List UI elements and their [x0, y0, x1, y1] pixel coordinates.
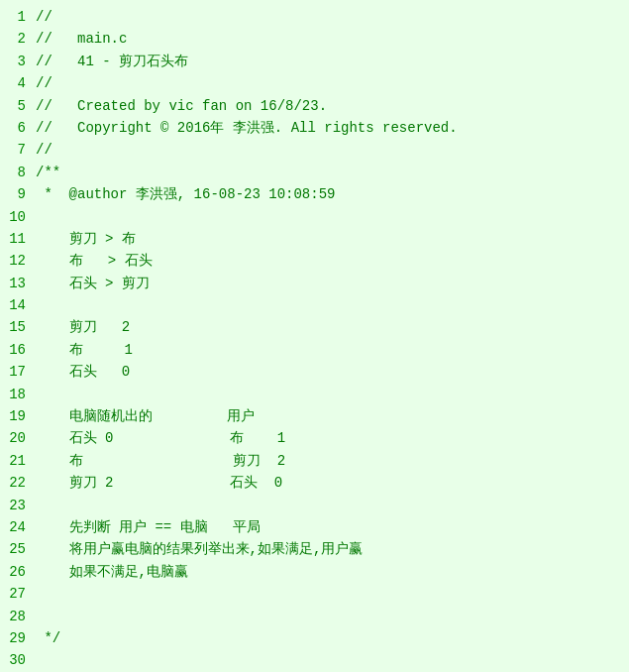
line-content: */ — [36, 627, 60, 649]
code-block: 1//2// main.c3// 41 - 剪刀石头布4//5// Create… — [0, 0, 629, 672]
line-number: 23 — [0, 495, 36, 516]
line-number: 3 — [0, 51, 36, 72]
table-row: 22 剪刀 2 石头 0 — [0, 472, 629, 494]
table-row: 14 — [0, 294, 629, 316]
line-number: 10 — [0, 206, 36, 228]
line-number: 26 — [0, 561, 36, 583]
table-row: 1// — [0, 6, 629, 28]
table-row: 21 布 剪刀 2 — [0, 450, 629, 472]
table-row: 25 将用户赢电脑的结果列举出来,如果满足,用户赢 — [0, 538, 629, 560]
line-number: 8 — [0, 162, 36, 183]
table-row: 13 石头 > 剪刀 — [0, 273, 629, 294]
line-content: // 41 - 剪刀石头布 — [36, 51, 188, 72]
line-content: 布 1 — [36, 339, 133, 361]
table-row: 12 布 > 石头 — [0, 250, 629, 272]
line-number: 30 — [0, 649, 36, 671]
table-row: 20 石头 0 布 1 — [0, 427, 629, 449]
line-number: 17 — [0, 361, 36, 383]
line-content: 先判断 用户 == 电脑 平局 — [36, 516, 261, 538]
line-number: 6 — [0, 117, 36, 139]
line-content: 布 > 石头 — [36, 250, 153, 272]
line-content: * @author 李洪强, 16-08-23 10:08:59 — [36, 183, 335, 205]
table-row: 4// — [0, 72, 629, 94]
table-row: 17 石头 0 — [0, 361, 629, 383]
line-content: /** — [36, 162, 60, 183]
line-number: 2 — [0, 28, 36, 50]
line-number: 13 — [0, 273, 36, 294]
table-row: 23 — [0, 495, 629, 516]
line-content: 剪刀 > 布 — [36, 228, 136, 250]
line-number: 9 — [0, 183, 36, 205]
table-row: 2// main.c — [0, 28, 629, 50]
table-row: 3// 41 - 剪刀石头布 — [0, 51, 629, 72]
table-row: 8/** — [0, 162, 629, 183]
line-content: // Copyright © 2016年 李洪强. All rights res… — [36, 117, 458, 139]
line-number: 12 — [0, 250, 36, 272]
line-content: 布 剪刀 2 — [36, 450, 285, 472]
line-number: 1 — [0, 6, 36, 28]
table-row: 10 — [0, 206, 629, 228]
table-row: 28 — [0, 606, 629, 627]
line-number: 14 — [0, 294, 36, 316]
line-content: // — [36, 139, 52, 161]
line-number: 15 — [0, 316, 36, 338]
table-row: 5// Created by vic fan on 16/8/23. — [0, 95, 629, 117]
line-number: 5 — [0, 95, 36, 117]
line-number: 7 — [0, 139, 36, 161]
table-row: 7// — [0, 139, 629, 161]
table-row: 15 剪刀 2 — [0, 316, 629, 338]
line-number: 22 — [0, 472, 36, 494]
line-content: 剪刀 2 石头 0 — [36, 472, 282, 494]
table-row: 24 先判断 用户 == 电脑 平局 — [0, 516, 629, 538]
line-number: 19 — [0, 405, 36, 427]
line-content: 石头 > 剪刀 — [36, 273, 150, 294]
line-content: 电脑随机出的 用户 — [36, 405, 255, 427]
line-number: 20 — [0, 427, 36, 449]
line-number: 18 — [0, 384, 36, 405]
line-number: 25 — [0, 538, 36, 560]
table-row: 19 电脑随机出的 用户 — [0, 405, 629, 427]
line-number: 28 — [0, 606, 36, 627]
line-content: // Created by vic fan on 16/8/23. — [36, 95, 327, 117]
line-content: // — [36, 72, 52, 94]
line-number: 16 — [0, 339, 36, 361]
table-row: 27 — [0, 583, 629, 605]
line-number: 11 — [0, 228, 36, 250]
line-content: 如果不满足,电脑赢 — [36, 561, 188, 583]
table-row: 29 */ — [0, 627, 629, 649]
line-number: 4 — [0, 72, 36, 94]
table-row: 18 — [0, 384, 629, 405]
line-number: 27 — [0, 583, 36, 605]
line-number: 21 — [0, 450, 36, 472]
line-content: // main.c — [36, 28, 127, 50]
line-content: 石头 0 布 1 — [36, 427, 285, 449]
table-row: 6// Copyright © 2016年 李洪强. All rights re… — [0, 117, 629, 139]
line-content: // — [36, 6, 52, 28]
table-row: 9 * @author 李洪强, 16-08-23 10:08:59 — [0, 183, 629, 205]
line-content: 石头 0 — [36, 361, 130, 383]
table-row: 30 — [0, 649, 629, 671]
table-row: 11 剪刀 > 布 — [0, 228, 629, 250]
table-row: 26 如果不满足,电脑赢 — [0, 561, 629, 583]
line-content: 剪刀 2 — [36, 316, 130, 338]
line-number: 24 — [0, 516, 36, 538]
line-content: 将用户赢电脑的结果列举出来,如果满足,用户赢 — [36, 538, 363, 560]
line-number: 29 — [0, 627, 36, 649]
table-row: 16 布 1 — [0, 339, 629, 361]
